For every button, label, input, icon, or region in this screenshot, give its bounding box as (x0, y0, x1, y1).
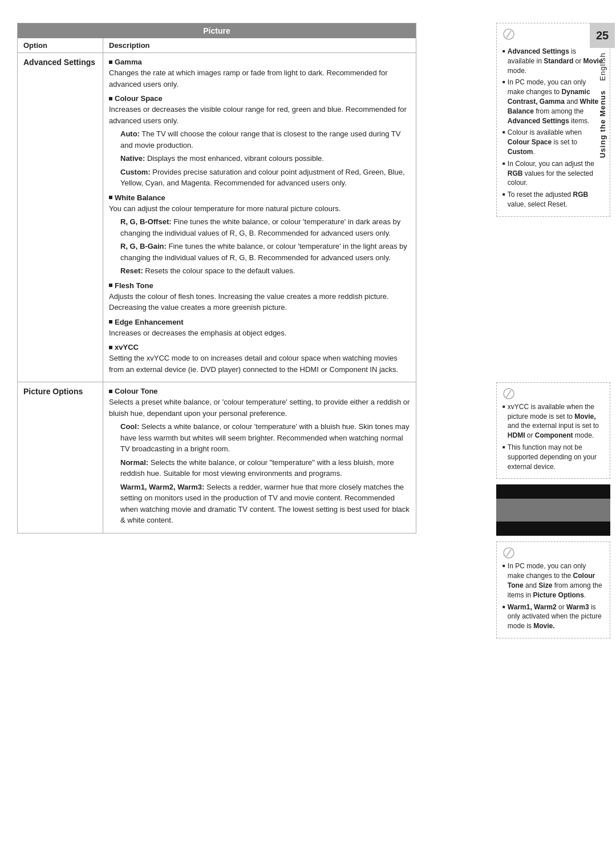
page-number: 25 (590, 23, 615, 48)
section-title-0-1: Colour Space (109, 94, 410, 103)
svg-line-3 (506, 390, 511, 397)
section-title-0-0: Gamma (109, 58, 410, 66)
bullet-icon (109, 196, 112, 199)
note-bullet-icon: ■ (502, 48, 505, 75)
desc-paragraph: You can adjust the colour temperature fo… (109, 203, 410, 215)
desc-paragraph: Changes the rate at which images ramp or… (109, 67, 410, 90)
picture-table: Picture Option Description Advanced Sett… (17, 23, 416, 533)
note-box-2: ■xvYCC is available when the picture mod… (496, 382, 610, 479)
bullet-icon (109, 346, 112, 349)
note-box-3: ■In PC mode, you can only make changes t… (496, 541, 610, 638)
note-bullet-icon: ■ (502, 604, 505, 631)
note-bullet-icon: ■ (502, 129, 505, 156)
note-item: ■To reset the adjusted RGB value, select… (502, 190, 604, 209)
note-bullet-icon: ■ (502, 403, 505, 440)
desc-indent: Warm1, Warm2, Warm3: Selects a redder, w… (120, 482, 410, 526)
bullet-icon (109, 97, 112, 100)
note-item: ■In PC mode, you can only make changes t… (502, 561, 604, 600)
desc-cell-0: GammaChanges the rate at which images ra… (103, 53, 416, 382)
note-bullet-icon: ■ (502, 444, 505, 471)
table-row: Picture OptionsColour ToneSelects a pres… (18, 382, 416, 533)
section-title-0-3: Flesh Tone (109, 281, 410, 290)
note-item: ■In Colour, you can adjust the RGB value… (502, 159, 604, 188)
svg-line-1 (506, 31, 511, 38)
bullet-icon (109, 284, 112, 287)
note-bullet-icon: ■ (502, 191, 505, 209)
desc-paragraph: Adjusts the colour of flesh tones. Incre… (109, 291, 410, 313)
desc-indent: Custom: Provides precise saturation and … (120, 167, 410, 189)
table-header: Picture (18, 23, 416, 39)
desc-cell-1: Colour ToneSelects a preset white balanc… (103, 382, 416, 533)
table-title: Picture (18, 23, 416, 39)
desc-indent: Cool: Selects a white balance, or colour… (120, 421, 410, 455)
option-cell-1: Picture Options (18, 382, 103, 533)
side-label-english: English (598, 52, 607, 81)
desc-paragraph: Increases or decreases the emphasis at o… (109, 328, 410, 339)
section-title-1-0: Colour Tone (109, 387, 410, 395)
note-bullet-icon: ■ (502, 563, 505, 600)
desc-indent: Normal: Selects the white balance, or co… (120, 457, 410, 479)
col-option-header: Option (18, 38, 103, 53)
side-label-using: Using the Menus (598, 90, 607, 158)
svg-line-5 (506, 549, 511, 556)
desc-indent: Reset: Resets the colour space to the de… (120, 265, 410, 277)
note-item: ■xvYCC is available when the picture mod… (502, 402, 604, 440)
picture-options-image (496, 484, 610, 536)
note-bullet-icon: ■ (502, 160, 505, 188)
note-bullet-icon: ■ (502, 79, 505, 126)
option-cell-0: Advanced Settings (18, 53, 103, 382)
bullet-icon (109, 320, 112, 324)
bullet-icon (109, 390, 112, 393)
section-title-0-5: xvYCC (109, 343, 410, 351)
section-title-0-2: White Balance (109, 193, 410, 202)
desc-indent: Auto: The TV will choose the colour rang… (120, 128, 410, 151)
section-title-0-4: Edge Enhancement (109, 318, 410, 326)
note-icon-3 (502, 547, 604, 559)
note-item: ■Warm1, Warm2 or Warm3 is only activated… (502, 603, 604, 631)
note-item: ■This function may not be supported depe… (502, 443, 604, 471)
desc-indent: Native: Displays the most enhanced, vibr… (120, 153, 410, 164)
col-desc-header: Description (103, 38, 416, 53)
page-number-area: 25 English Using the Menus (589, 23, 616, 158)
bullet-icon (109, 60, 112, 64)
note-icon-2 (502, 387, 604, 400)
col-headers: Option Description (18, 38, 416, 53)
desc-paragraph: Increases or decreases the visible colou… (109, 104, 410, 126)
table-row: Advanced SettingsGammaChanges the rate a… (18, 53, 416, 382)
desc-indent: R, G, B-Gain: Fine tunes the white balan… (120, 241, 410, 263)
desc-paragraph: Setting the xvYCC mode to on increases d… (109, 353, 410, 375)
desc-paragraph: Selects a preset white balance, or 'colo… (109, 397, 410, 419)
desc-indent: R, G, B-Offset: Fine tunes the white bal… (120, 216, 410, 238)
